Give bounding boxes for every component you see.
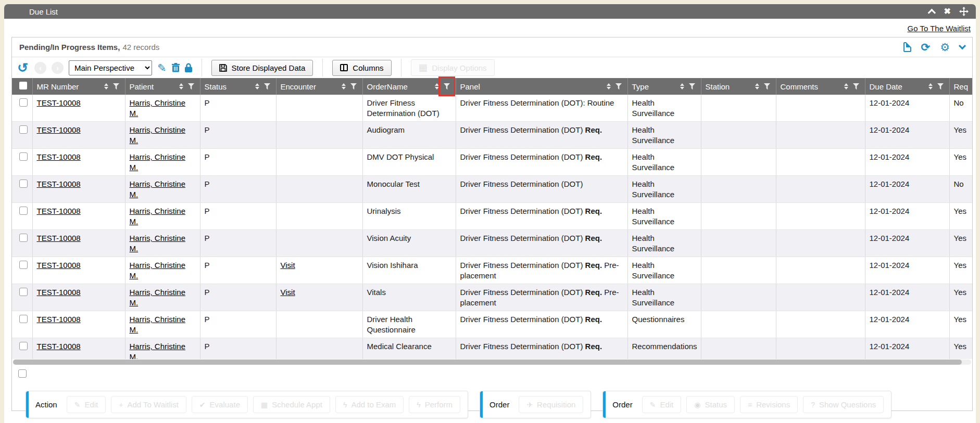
sort-icon-comments[interactable] bbox=[844, 83, 848, 89]
edit-perspective-icon[interactable]: ✎ bbox=[157, 62, 167, 73]
row-checkbox[interactable] bbox=[19, 180, 28, 188]
store-displayed-data-button[interactable]: Store Displayed Data bbox=[211, 60, 313, 76]
sort-icon-status[interactable] bbox=[255, 83, 259, 89]
window-titlebar[interactable]: Due List ✖ bbox=[4, 4, 976, 19]
row-checkbox[interactable] bbox=[19, 288, 28, 296]
close-icon[interactable]: ✖ bbox=[944, 7, 951, 16]
row-checkbox[interactable] bbox=[19, 261, 28, 269]
col-header-status: Status bbox=[200, 78, 276, 95]
evaluate-icon: ✔ bbox=[199, 401, 206, 409]
row-checkbox[interactable] bbox=[19, 98, 28, 107]
horizontal-scrollbar[interactable] bbox=[13, 360, 971, 365]
mr-number-link[interactable]: TEST-10008 bbox=[37, 180, 81, 188]
chevron-down-icon[interactable] bbox=[959, 42, 966, 49]
required-cell: Yes bbox=[949, 149, 972, 176]
collapse-icon[interactable] bbox=[927, 8, 936, 17]
panel-cell: Driver Fitness Determination (DOT) Req. bbox=[456, 203, 627, 230]
col-label-order: OrderName bbox=[367, 82, 408, 91]
filter-icon-type[interactable] bbox=[689, 83, 696, 90]
panel-cell: Driver Fitness Determination (DOT): Rout… bbox=[456, 95, 627, 122]
filter-icon-mr[interactable] bbox=[113, 83, 120, 90]
mr-number-link[interactable]: TEST-10008 bbox=[37, 261, 81, 270]
row-checkbox[interactable] bbox=[19, 234, 28, 242]
patient-link[interactable]: Harris, Christine M. bbox=[130, 125, 186, 145]
station-cell bbox=[701, 203, 776, 230]
sort-icon-patient[interactable] bbox=[179, 83, 183, 89]
filter-icon-due[interactable] bbox=[937, 83, 944, 90]
columns-button[interactable]: Columns bbox=[332, 60, 391, 76]
required-cell: Yes bbox=[949, 257, 972, 284]
delete-perspective-icon[interactable] bbox=[172, 63, 180, 72]
required-cell: Yes bbox=[949, 284, 972, 311]
row-checkbox[interactable] bbox=[19, 315, 28, 323]
table-row: TEST-10008Harris, Christine M.PUrinalysi… bbox=[12, 203, 972, 230]
patient-link[interactable]: Harris, Christine M. bbox=[130, 180, 186, 199]
mr-number-link[interactable]: TEST-10008 bbox=[37, 125, 81, 134]
station-cell bbox=[701, 95, 776, 122]
patient-link[interactable]: Harris, Christine M. bbox=[130, 288, 186, 307]
required-cell: No bbox=[949, 95, 972, 122]
patient-link[interactable]: Harris, Christine M. bbox=[130, 315, 186, 334]
due-date-cell: 12-01-2024 bbox=[865, 95, 949, 122]
sort-icon-due[interactable] bbox=[928, 83, 933, 89]
due-date-cell: 12-01-2024 bbox=[865, 338, 949, 360]
patient-link[interactable]: Harris, Christine M. bbox=[130, 98, 186, 118]
order-name-cell: Urinalysis bbox=[362, 203, 456, 230]
button-label: Evaluate bbox=[210, 400, 240, 409]
mr-number-link[interactable]: TEST-10008 bbox=[37, 288, 81, 297]
patient-link[interactable]: Harris, Christine M. bbox=[130, 207, 186, 226]
row-checkbox[interactable] bbox=[19, 342, 28, 350]
sort-icon-mr[interactable] bbox=[104, 83, 108, 89]
sort-icon-panel[interactable] bbox=[607, 83, 611, 89]
sort-icon-encounter[interactable] bbox=[342, 83, 346, 89]
col-label-station: Station bbox=[706, 82, 730, 91]
encounter-visit-link[interactable]: Visit bbox=[281, 288, 295, 297]
select-all-checkbox[interactable] bbox=[19, 82, 27, 89]
comments-cell bbox=[776, 149, 865, 176]
action-group-label: Action bbox=[35, 400, 57, 409]
new-document-icon[interactable] bbox=[903, 42, 911, 52]
type-cell: Health Surveillance bbox=[627, 284, 701, 311]
filter-icon-status[interactable] bbox=[264, 83, 271, 90]
patient-link[interactable]: Harris, Christine M. bbox=[130, 342, 186, 359]
sort-icon-type[interactable] bbox=[680, 83, 684, 89]
row-checkbox[interactable] bbox=[19, 125, 28, 134]
undo-icon[interactable]: ↺ bbox=[17, 61, 28, 74]
action-group-action-0: Action✎Edit+Add To Waitlist✔Evaluate▦Sch… bbox=[26, 391, 468, 418]
filter-icon-panel[interactable] bbox=[615, 83, 622, 90]
panel-cell: Driver Fitness Determination (DOT) Req. bbox=[456, 311, 627, 338]
patient-link[interactable]: Harris, Christine M. bbox=[130, 152, 186, 172]
filter-icon-encounter[interactable] bbox=[350, 83, 357, 90]
lock-perspective-icon[interactable] bbox=[185, 63, 192, 72]
mr-number-link[interactable]: TEST-10008 bbox=[37, 152, 81, 161]
filter-icon-station[interactable] bbox=[764, 83, 771, 90]
refresh-icon[interactable]: ⟳ bbox=[921, 42, 931, 53]
row-checkbox[interactable] bbox=[19, 152, 28, 161]
filter-icon-comments[interactable] bbox=[853, 83, 860, 90]
mr-number-link[interactable]: TEST-10008 bbox=[37, 207, 81, 215]
sort-icon-station[interactable] bbox=[755, 83, 759, 89]
mr-number-link[interactable]: TEST-10008 bbox=[37, 98, 81, 107]
move-icon[interactable] bbox=[959, 7, 969, 16]
patient-link[interactable]: Harris, Christine M. bbox=[130, 261, 186, 280]
go-to-waitlist-link[interactable]: Go To The Waitlist bbox=[908, 24, 971, 33]
encounter-visit-link[interactable]: Visit bbox=[281, 261, 295, 270]
mr-number-link[interactable]: TEST-10008 bbox=[37, 234, 81, 242]
table-row: TEST-10008Harris, Christine M.PMedical C… bbox=[12, 338, 972, 360]
perspective-select[interactable]: Main Perspective bbox=[69, 60, 152, 75]
store-displayed-data-label: Store Displayed Data bbox=[232, 63, 306, 72]
exam-icon: ϟ bbox=[343, 401, 347, 409]
filter-icon-patient[interactable] bbox=[188, 83, 195, 90]
row-checkbox[interactable] bbox=[19, 207, 28, 215]
display-options-label: Display Options bbox=[432, 63, 487, 72]
gear-icon[interactable]: ⚙ bbox=[940, 42, 950, 53]
scrollbar-thumb[interactable] bbox=[13, 360, 962, 365]
comments-cell bbox=[776, 203, 865, 230]
station-cell bbox=[701, 311, 776, 338]
mr-number-link[interactable]: TEST-10008 bbox=[37, 315, 81, 324]
footer-checkbox[interactable] bbox=[18, 369, 27, 378]
due-date-cell: 12-01-2024 bbox=[865, 284, 949, 311]
evaluate-button: ✔Evaluate bbox=[192, 396, 248, 413]
mr-number-link[interactable]: TEST-10008 bbox=[37, 342, 81, 351]
patient-link[interactable]: Harris, Christine M. bbox=[130, 234, 186, 253]
